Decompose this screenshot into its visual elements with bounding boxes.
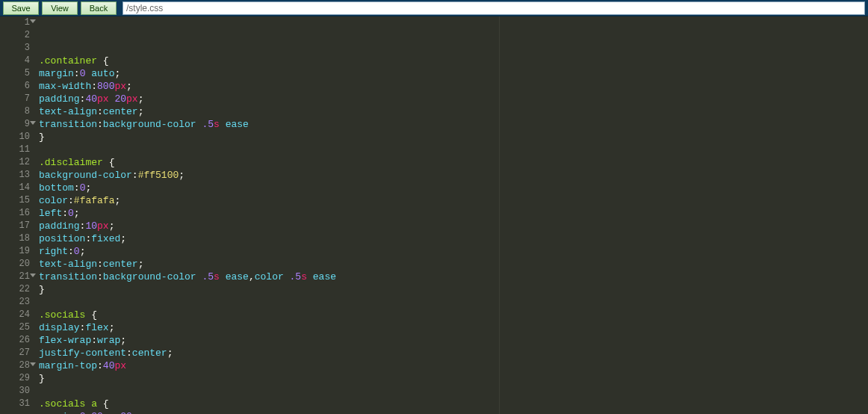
line-number: 30 — [0, 385, 30, 398]
line-number: 24 — [0, 309, 30, 321]
line-number: 21 — [0, 271, 30, 283]
line-number: 20 — [0, 258, 30, 271]
code-line[interactable]: .socials a { — [39, 398, 868, 410]
code-line[interactable]: .socials { — [39, 309, 868, 321]
line-number: 3 — [0, 42, 30, 55]
line-number: 11 — [0, 143, 30, 156]
code-area[interactable]: .container {margin:0 auto;max-width:800p… — [36, 16, 868, 414]
line-number: 23 — [0, 296, 30, 309]
code-line[interactable]: justify-content:center; — [39, 347, 868, 359]
code-line[interactable]: .container { — [39, 55, 868, 67]
line-number: 8 — [0, 105, 30, 118]
code-editor[interactable]: 1234567891011121314151617181920212223242… — [0, 16, 868, 414]
line-number: 26 — [0, 334, 30, 347]
code-line[interactable]: transition:background-color .5s ease — [39, 118, 868, 131]
line-number: 31 — [0, 398, 30, 410]
code-line[interactable]: background-color:#ff5100; — [39, 169, 868, 182]
toolbar: Save View Back /style.css — [0, 0, 868, 16]
code-line[interactable]: margin:0 auto; — [39, 67, 868, 80]
line-number: 29 — [0, 372, 30, 385]
code-line[interactable]: padding:40px 20px; — [39, 93, 868, 105]
line-number: 1 — [0, 16, 30, 29]
file-path-input[interactable]: /style.css — [123, 1, 865, 15]
code-line[interactable]: transition:background-color .5s ease,col… — [39, 271, 868, 283]
line-number: 16 — [0, 207, 30, 220]
line-number: 7 — [0, 93, 30, 105]
line-number: 13 — [0, 169, 30, 182]
code-line[interactable]: display:flex; — [39, 321, 868, 334]
code-line[interactable]: padding:10px; — [39, 220, 868, 232]
line-number: 19 — [0, 245, 30, 258]
line-number: 5 — [0, 67, 30, 80]
code-line[interactable]: position:fixed; — [39, 232, 868, 245]
view-button[interactable]: View — [42, 1, 78, 15]
line-number: 14 — [0, 182, 30, 194]
code-line[interactable]: text-align:center; — [39, 258, 868, 271]
code-line[interactable]: } — [39, 283, 868, 296]
code-line[interactable]: margin:0 20px 20px — [39, 410, 868, 414]
code-line[interactable]: } — [39, 372, 868, 385]
back-button[interactable]: Back — [81, 1, 117, 15]
line-number: 4 — [0, 55, 30, 67]
code-line[interactable]: left:0; — [39, 207, 868, 220]
line-number: 12 — [0, 156, 30, 169]
code-line[interactable] — [39, 296, 868, 309]
line-number: 17 — [0, 220, 30, 232]
code-line[interactable]: } — [39, 131, 868, 143]
code-line[interactable]: bottom:0; — [39, 182, 868, 194]
line-number: 22 — [0, 283, 30, 296]
line-number: 25 — [0, 321, 30, 334]
code-line[interactable]: text-align:center; — [39, 105, 868, 118]
line-number: 28 — [0, 359, 30, 372]
line-number: 27 — [0, 347, 30, 359]
line-number: 18 — [0, 232, 30, 245]
line-number-gutter: 1234567891011121314151617181920212223242… — [0, 16, 36, 414]
code-line[interactable]: margin-top:40px — [39, 359, 868, 372]
code-line[interactable]: max-width:800px; — [39, 80, 868, 93]
line-number: 10 — [0, 131, 30, 143]
line-number: 9 — [0, 118, 30, 131]
code-line[interactable]: color:#fafafa; — [39, 194, 868, 207]
code-line[interactable]: right:0; — [39, 245, 868, 258]
code-line[interactable]: flex-wrap:wrap; — [39, 334, 868, 347]
code-line[interactable]: .disclaimer { — [39, 156, 868, 169]
print-margin — [499, 16, 500, 414]
code-line[interactable] — [39, 143, 868, 156]
line-number: 15 — [0, 194, 30, 207]
line-number: 2 — [0, 29, 30, 42]
code-line[interactable] — [39, 385, 868, 398]
line-number: 6 — [0, 80, 30, 93]
save-button[interactable]: Save — [3, 1, 39, 15]
